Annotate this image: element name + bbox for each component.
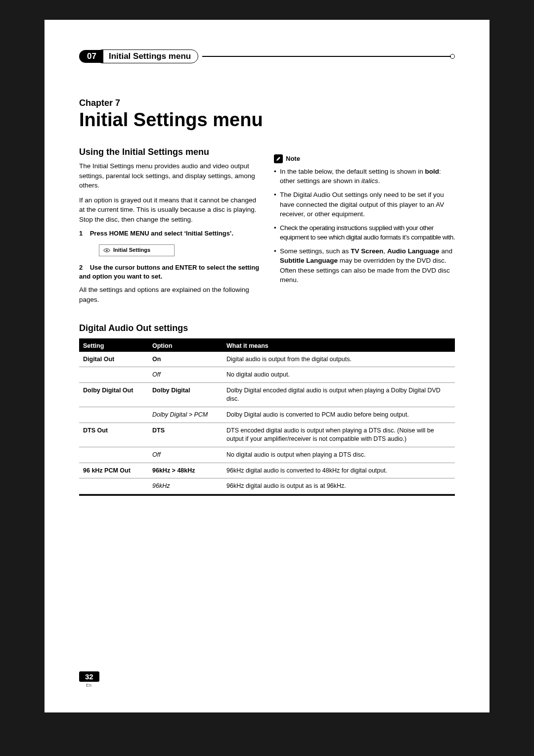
cell-meaning: Digital audio is output from the digital… — [222, 352, 455, 367]
cell-meaning: 96kHz digital audio is output as is at 9… — [222, 478, 455, 494]
header-rule — [202, 56, 451, 57]
page-title: Initial Settings menu — [79, 109, 455, 131]
note-4-a: Some settings, such as — [280, 247, 351, 255]
cell-meaning: 96kHz digital audio is converted to 48kH… — [222, 463, 455, 478]
cell-setting: Dolby Digital Out — [79, 383, 148, 407]
cell-setting: DTS Out — [79, 423, 148, 447]
chapter-header-band: 07 Initial Settings menu — [79, 49, 455, 63]
table-header-row: Setting Option What it means — [79, 340, 455, 352]
initial-settings-menu-illustration: Initial Settings — [99, 244, 175, 256]
step-followup: All the settings and options are explain… — [79, 285, 260, 304]
cell-option: Dolby Digital > PCM — [148, 407, 222, 423]
left-column: Using the Initial Settings menu The Init… — [79, 145, 260, 309]
cell-setting — [79, 407, 148, 423]
table-body: Digital OutOnDigital audio is output fro… — [79, 352, 455, 494]
language-code: En — [86, 683, 99, 688]
note-label-text: Note — [286, 154, 300, 164]
table-row: Dolby Digital OutDolby DigitalDolby Digi… — [79, 383, 455, 407]
cell-option: 96kHz > 48kHz — [148, 463, 222, 478]
note-list: In the table below, the default setting … — [274, 167, 455, 285]
manual-page: 07 Initial Settings menu Chapter 7 Initi… — [44, 20, 490, 712]
page-number: 32 — [79, 671, 99, 682]
table-row: 96kHz96kHz digital audio is output as is… — [79, 478, 455, 494]
note-heading: Note — [274, 154, 300, 164]
pencil-icon — [274, 154, 283, 163]
table-row: DTS OutDTSDTS encoded digital audio is o… — [79, 423, 455, 447]
table-row: OffNo digital audio output. — [79, 367, 455, 383]
step-2-text: Use the cursor buttons and ENTER to sele… — [79, 264, 259, 280]
step-1-number: 1 — [79, 230, 83, 237]
th-meaning: What it means — [222, 340, 455, 352]
th-option: Option — [148, 340, 222, 352]
chapter-number-pill: 07 — [79, 50, 103, 63]
intro-paragraph-2: If an option is grayed out it means that… — [79, 195, 260, 225]
step-1: 1 Press HOME MENU and select ‘Initial Se… — [79, 229, 260, 238]
intro-paragraph-1: The Initial Settings menu provides audio… — [79, 161, 260, 190]
cell-meaning: Dolby Digital audio is converted to PCM … — [222, 407, 455, 423]
cell-option: 96kHz — [148, 478, 222, 494]
note-4-tvscreen: TV Screen — [351, 247, 383, 255]
cell-setting — [79, 447, 148, 463]
th-setting: Setting — [79, 340, 148, 352]
cell-setting — [79, 478, 148, 494]
cell-option: Off — [148, 447, 222, 463]
cell-option: On — [148, 352, 222, 367]
cell-meaning: No digital audio output. — [222, 367, 455, 383]
note-4-c: , — [383, 247, 387, 255]
table-row: 96 kHz PCM Out96kHz > 48kHz96kHz digital… — [79, 463, 455, 478]
note-4-sublang: Subtitle Language — [280, 257, 338, 264]
chapter-title-pill: Initial Settings menu — [95, 49, 198, 63]
section-heading-digital-audio: Digital Audio Out settings — [79, 323, 455, 333]
section-heading-using: Using the Initial Settings menu — [79, 145, 260, 158]
note-item-2: The Digital Audio Out settings only need… — [274, 190, 455, 219]
note-4-audiolang: Audio Language — [387, 247, 440, 255]
cell-option: Off — [148, 367, 222, 383]
page-footer: 32 En — [79, 671, 99, 688]
table-row: Digital OutOnDigital audio is output fro… — [79, 352, 455, 367]
step-1-text: Press HOME MENU and select ‘Initial Sett… — [90, 230, 233, 237]
note-1-bold: bold — [425, 168, 439, 175]
table-row: OffNo digital audio is output when playi… — [79, 447, 455, 463]
chapter-label: Chapter 7 — [79, 98, 455, 108]
body-columns: Using the Initial Settings menu The Init… — [79, 145, 455, 309]
svg-point-1 — [106, 250, 108, 251]
note-item-3: Check the operating instructions supplie… — [274, 223, 455, 242]
right-column: Note In the table below, the default set… — [274, 145, 455, 309]
cell-option: Dolby Digital — [148, 383, 222, 407]
menu-item-label: Initial Settings — [113, 246, 150, 254]
note-1-ital: italics — [361, 177, 378, 185]
settings-table: Setting Option What it means Digital Out… — [79, 340, 455, 495]
cell-meaning: Dolby Digital encoded digital audio is o… — [222, 383, 455, 407]
note-1-a: In the table below, the default setting … — [280, 168, 425, 175]
cell-setting — [79, 367, 148, 383]
header-terminal-dot — [450, 54, 455, 59]
table-row: Dolby Digital > PCMDolby Digital audio i… — [79, 407, 455, 423]
note-item-1: In the table below, the default setting … — [274, 167, 455, 186]
cell-setting: Digital Out — [79, 352, 148, 367]
note-item-4: Some settings, such as TV Screen, Audio … — [274, 246, 455, 285]
gear-disc-icon — [103, 247, 110, 254]
table-bottom-rule — [79, 494, 455, 496]
note-4-e: and — [440, 247, 452, 255]
step-2: 2 Use the cursor buttons and ENTER to se… — [79, 263, 260, 281]
cell-option: DTS — [148, 423, 222, 447]
cell-setting: 96 kHz PCM Out — [79, 463, 148, 478]
note-1-e: . — [378, 177, 380, 185]
cell-meaning: No digital audio is output when playing … — [222, 447, 455, 463]
step-2-number: 2 — [79, 264, 83, 271]
cell-meaning: DTS encoded digital audio is output when… — [222, 423, 455, 447]
